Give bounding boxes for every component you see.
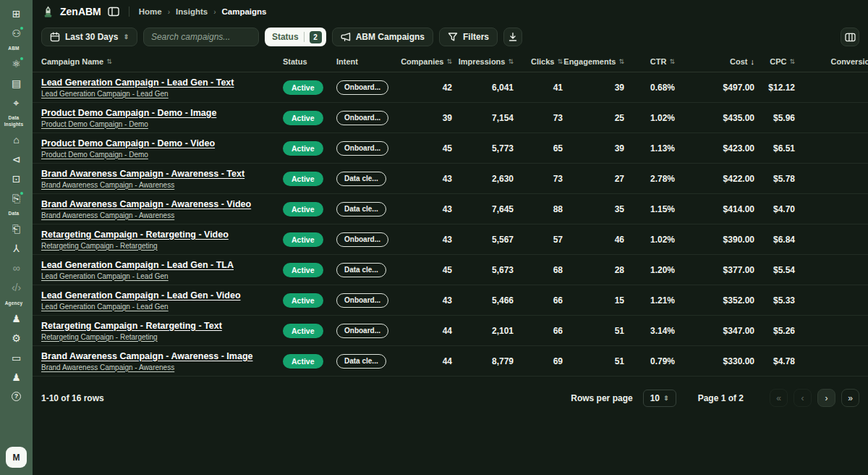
cost-value: $423.00 [675, 143, 754, 154]
sidebar-item-abm-cluster[interactable]: ⚛ [0, 54, 33, 73]
column-header-impressions[interactable]: Impressions⇅ [452, 57, 514, 66]
filters-button[interactable]: Filters [439, 28, 498, 46]
abm-campaigns-button[interactable]: ABM Campaigns [332, 28, 433, 46]
sidebar-item-linkedin-data[interactable]: ⊡ [0, 169, 33, 188]
target-accounts-icon: ⌖ [14, 98, 20, 108]
sidebar-item-campaigns[interactable]: ⊲ [0, 149, 33, 169]
campaign-name-link[interactable]: Brand Awareness Campaign - Awareness - T… [41, 169, 244, 179]
intent-badge[interactable]: Onboard... [336, 324, 388, 338]
intent-cell: Onboard... [336, 110, 400, 125]
campaign-subtitle-link[interactable]: Retargeting Campaign - Retargeting [41, 242, 158, 250]
user-avatar[interactable]: M [6, 447, 27, 468]
sidebar-item-target-accounts[interactable]: ⌖ [0, 93, 33, 112]
table-row[interactable]: Brand Awareness Campaign - Awareness - I… [33, 346, 868, 377]
table-row[interactable]: Brand Awareness Campaign - Awareness - T… [33, 164, 868, 194]
companies-value: 43 [400, 174, 452, 184]
breadcrumb-home[interactable]: Home [139, 7, 162, 16]
engagements-value: 46 [563, 235, 624, 245]
previous-page-button[interactable]: ‹ [793, 389, 812, 407]
date-range-picker[interactable]: Last 30 Days ⇕ [41, 28, 137, 46]
column-header-campaign-name[interactable]: Campaign Name⇅ [41, 57, 283, 66]
table-row[interactable]: Product Demo Campaign - Demo - Image Pro… [33, 103, 868, 133]
rows-per-page-select[interactable]: 10 ⇕ [643, 390, 676, 407]
top-bar: ZenABM Home › Insights › Campaigns [33, 0, 868, 23]
intent-badge[interactable]: Onboard... [336, 232, 388, 247]
column-header-clicks[interactable]: Clicks⇅ [514, 57, 563, 66]
sidebar-item-help[interactable]: ? [0, 387, 33, 406]
table-row[interactable]: Brand Awareness Campaign - Awareness - V… [33, 194, 868, 224]
sidebar-item-settings[interactable]: ⚙ [0, 328, 33, 348]
filters-label: Filters [463, 32, 489, 42]
campaign-subtitle-link[interactable]: Lead Generation Campaign - Lead Gen [41, 303, 169, 311]
sidebar-item-notebook[interactable]: ⎘ [0, 188, 33, 208]
dashboard-icon: ⊞ [12, 9, 21, 19]
sort-icon: ⇅ [789, 58, 795, 65]
table-row[interactable]: Product Demo Campaign - Demo - Video Pro… [33, 133, 868, 164]
campaign-subtitle-link[interactable]: Retargeting Campaign - Retargeting [41, 333, 158, 341]
campaign-subtitle-link[interactable]: Brand Awareness Campaign - Awareness [41, 211, 174, 219]
table-row[interactable]: Retargeting Campaign - Retargeting - Tex… [33, 316, 868, 346]
campaign-name-link[interactable]: Brand Awareness Campaign - Awareness - V… [41, 199, 251, 209]
campaign-subtitle-link[interactable]: Brand Awareness Campaign - Awareness [41, 363, 174, 371]
campaign-cell: Retargeting Campaign - Retargeting - Vid… [41, 230, 283, 250]
notification-dot [20, 57, 23, 60]
first-page-button[interactable]: « [770, 389, 788, 407]
column-header-companies[interactable]: Companies⇅ [400, 57, 452, 66]
breadcrumb-insights[interactable]: Insights [176, 7, 208, 16]
campaign-name-link[interactable]: Lead Generation Campaign - Lead Gen - Vi… [41, 290, 241, 300]
intent-badge[interactable]: Onboard... [336, 80, 388, 95]
next-page-button[interactable]: › [817, 389, 835, 407]
column-header-engagements[interactable]: Engagements⇅ [563, 57, 624, 66]
sort-icon: ⇅ [106, 58, 112, 65]
intent-badge[interactable]: Data cle... [336, 263, 386, 277]
sidebar-item-integrations[interactable]: ∞ [0, 258, 33, 278]
sidebar-item-code[interactable]: ‹/› [0, 278, 33, 298]
sidebar-item-analytics[interactable]: ▤ [0, 73, 33, 93]
table-row[interactable]: Retargeting Campaign - Retargeting - Vid… [33, 224, 868, 255]
campaign-name-link[interactable]: Lead Generation Campaign - Lead Gen - Te… [41, 77, 234, 88]
export-download-button[interactable] [503, 28, 522, 46]
impressions-value: 5,567 [452, 235, 514, 245]
search-input[interactable] [143, 28, 259, 46]
column-header-ctr[interactable]: CTR⇅ [624, 57, 675, 66]
sidebar-item-insights-reports[interactable]: ⌂ [0, 130, 33, 149]
intent-badge[interactable]: Data cle... [336, 354, 386, 369]
status-filter-chip[interactable]: Status 2 [265, 28, 326, 46]
table-row[interactable]: Lead Generation Campaign - Lead Gen - Te… [33, 72, 868, 103]
sidebar-item-team[interactable]: ♟ [0, 308, 33, 328]
campaign-name-link[interactable]: Retargeting Campaign - Retargeting - Tex… [41, 321, 222, 331]
sidebar-item-ai-assistant[interactable]: ⚇ [0, 23, 33, 43]
campaign-subtitle-link[interactable]: Product Demo Campaign - Demo [41, 151, 148, 159]
sidebar-item-billing[interactable]: ▭ [0, 348, 33, 367]
sidebar-item-members[interactable]: ♟ [0, 367, 33, 387]
intent-badge[interactable]: Onboard... [336, 111, 388, 125]
campaign-subtitle-link[interactable]: Brand Awareness Campaign - Awareness [41, 181, 174, 189]
campaign-name-link[interactable]: Product Demo Campaign - Demo - Image [41, 108, 216, 118]
campaign-name-link[interactable]: Brand Awareness Campaign - Awareness - I… [41, 351, 252, 361]
intent-badge[interactable]: Onboard... [336, 141, 388, 156]
campaign-name-link[interactable]: Lead Generation Campaign - Lead Gen - TL… [41, 260, 234, 270]
impressions-value: 5,773 [452, 143, 514, 154]
intent-badge[interactable]: Data cle... [336, 202, 386, 217]
column-header-cpc[interactable]: CPC⇅ [754, 57, 795, 66]
column-settings-button[interactable] [841, 28, 859, 46]
sidebar-item-data-export[interactable]: ⎗ [0, 219, 33, 239]
campaign-name-link[interactable]: Product Demo Campaign - Demo - Video [41, 138, 215, 148]
campaign-subtitle-link[interactable]: Lead Generation Campaign - Lead Gen [41, 90, 169, 98]
intent-badge[interactable]: Onboard... [336, 293, 388, 308]
ctr-value: 1.21% [624, 295, 675, 306]
table-row[interactable]: Lead Generation Campaign - Lead Gen - Vi… [33, 285, 868, 316]
column-header-cost[interactable]: Cost↓ [675, 57, 754, 66]
campaign-subtitle-link[interactable]: Product Demo Campaign - Demo [41, 120, 148, 128]
campaign-subtitle-link[interactable]: Lead Generation Campaign - Lead Gen [41, 272, 169, 280]
sidebar-toggle-icon[interactable] [108, 7, 119, 17]
intent-badge[interactable]: Data cle... [336, 172, 386, 186]
sidebar-item-workflow[interactable]: ⅄ [0, 239, 33, 258]
cost-value: $497.00 [675, 83, 754, 93]
table-row[interactable]: Lead Generation Campaign - Lead Gen - TL… [33, 255, 868, 285]
cpc-value: $4.78 [754, 356, 795, 366]
sidebar-item-dashboard[interactable]: ⊞ [0, 4, 33, 23]
calendar-icon [50, 32, 60, 42]
campaign-name-link[interactable]: Retargeting Campaign - Retargeting - Vid… [41, 230, 229, 240]
last-page-button[interactable]: » [841, 389, 859, 407]
